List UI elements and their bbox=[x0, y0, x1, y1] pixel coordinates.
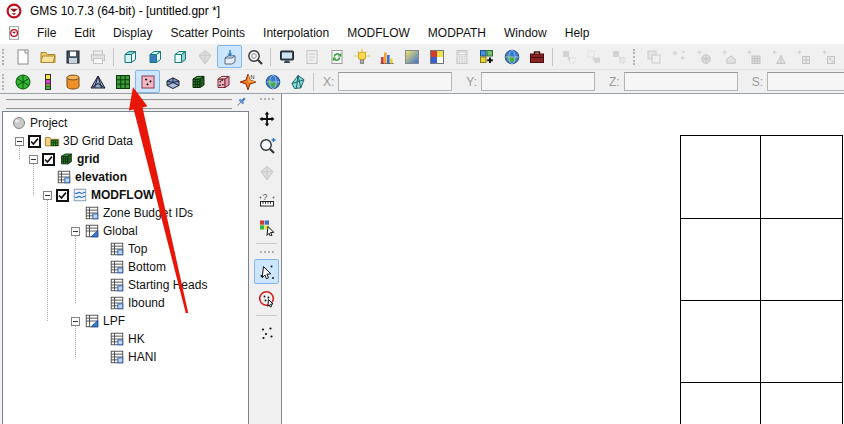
tree-item-hk[interactable]: HK bbox=[3, 330, 248, 348]
select-points-tool-button[interactable] bbox=[254, 259, 279, 284]
toolbar-grip[interactable] bbox=[2, 49, 7, 65]
create-points-tool-button[interactable] bbox=[254, 320, 279, 345]
collapse-expander-icon[interactable] bbox=[71, 317, 80, 326]
s-coordinate-label: S: bbox=[752, 75, 763, 89]
tree-item-3d-grid-data[interactable]: 3D Grid Data bbox=[3, 132, 248, 150]
dataset-calculator-button[interactable] bbox=[474, 45, 499, 68]
map-module-icon: N bbox=[239, 73, 257, 91]
tree-item-elevation[interactable]: elevation bbox=[3, 168, 248, 186]
tree-item-zone-budget-ids[interactable]: Zone Budget IDs bbox=[3, 204, 248, 222]
gis-module-button[interactable] bbox=[260, 70, 285, 93]
menu-display[interactable]: Display bbox=[104, 24, 161, 42]
tree-item-project[interactable]: Project bbox=[3, 114, 248, 132]
collapse-expander-icon[interactable] bbox=[15, 137, 24, 146]
tree-item-starting-heads[interactable]: Starting Heads bbox=[3, 276, 248, 294]
toolbar-grip[interactable] bbox=[260, 98, 274, 103]
color-ramp-button[interactable] bbox=[424, 45, 449, 68]
color-ramp-icon bbox=[428, 48, 446, 66]
grid-3d-module-icon bbox=[189, 73, 207, 91]
mesh-3d-module-button[interactable] bbox=[160, 70, 185, 93]
pushpin-icon[interactable] bbox=[234, 95, 248, 109]
refresh-button[interactable] bbox=[324, 45, 349, 68]
contour-options-button[interactable] bbox=[399, 45, 424, 68]
toolbar-grip[interactable] bbox=[260, 251, 274, 256]
toolbox-button[interactable] bbox=[524, 45, 549, 68]
tool-palette: ? bbox=[252, 94, 282, 424]
menu-file[interactable]: File bbox=[28, 24, 65, 42]
map-module-button[interactable]: N bbox=[235, 70, 260, 93]
tin-module-button[interactable] bbox=[10, 70, 35, 93]
select-points-circle-tool-button[interactable] bbox=[254, 286, 279, 311]
panel-drag-handle[interactable] bbox=[6, 99, 232, 110]
zoom-extents-button[interactable] bbox=[242, 45, 267, 68]
new-points-button bbox=[666, 45, 691, 68]
toolbar-separator bbox=[256, 315, 277, 316]
tree-item-label: MODFLOW bbox=[91, 188, 154, 202]
tree-item-bottom[interactable]: Bottom bbox=[3, 258, 248, 276]
open-project-button[interactable] bbox=[35, 45, 60, 68]
mesh-3d-module-icon bbox=[164, 73, 182, 91]
grid-2d-module-button[interactable] bbox=[110, 70, 135, 93]
toolbar-grip[interactable] bbox=[2, 74, 7, 90]
ugrid-module-button[interactable] bbox=[285, 70, 310, 93]
side-view-button[interactable] bbox=[167, 45, 192, 68]
modules-toolbar: N X: Y: Z: S: bbox=[0, 70, 844, 93]
menu-help[interactable]: Help bbox=[556, 24, 599, 42]
grid-3d-module-button[interactable] bbox=[185, 70, 210, 93]
collapse-expander-icon[interactable] bbox=[71, 227, 80, 236]
graphics-window[interactable] bbox=[281, 94, 844, 424]
tree-item-global[interactable]: Global bbox=[3, 222, 248, 240]
collapse-expander-icon[interactable] bbox=[29, 155, 38, 164]
print-button bbox=[85, 45, 110, 68]
lighting-options-button[interactable] bbox=[349, 45, 374, 68]
mesh-2d-module-button[interactable] bbox=[85, 70, 110, 93]
scatter-3d-module-button[interactable] bbox=[210, 70, 235, 93]
package-icon bbox=[84, 313, 100, 329]
pick-display-tool-button[interactable] bbox=[254, 214, 279, 239]
menu-window[interactable]: Window bbox=[495, 24, 556, 42]
visibility-checkbox[interactable] bbox=[42, 153, 55, 166]
tree-item-label: Ibound bbox=[128, 296, 165, 310]
tree-item-top[interactable]: Top bbox=[3, 240, 248, 258]
display-options-button[interactable] bbox=[274, 45, 299, 68]
visibility-checkbox[interactable] bbox=[56, 189, 69, 202]
svg-text:?: ? bbox=[262, 191, 267, 201]
copy-to-selection-icon bbox=[560, 48, 578, 66]
tree-item-hani[interactable]: HANI bbox=[3, 348, 248, 366]
lighting-options-icon bbox=[353, 48, 371, 66]
borehole-module-button[interactable] bbox=[35, 70, 60, 93]
pan-tool-button[interactable] bbox=[254, 106, 279, 131]
s-coordinate-input bbox=[767, 72, 844, 91]
tree-item-modflow[interactable]: MODFLOW bbox=[3, 186, 248, 204]
menu-interpolation[interactable]: Interpolation bbox=[254, 24, 338, 42]
scatter-2d-module-button[interactable] bbox=[135, 70, 160, 93]
front-view-button[interactable] bbox=[142, 45, 167, 68]
toolbox-icon bbox=[528, 48, 546, 66]
frame-image-button[interactable] bbox=[217, 45, 242, 68]
histogram-button[interactable] bbox=[374, 45, 399, 68]
web-resources-icon bbox=[503, 48, 521, 66]
web-resources-button[interactable] bbox=[499, 45, 524, 68]
visibility-checkbox[interactable] bbox=[28, 135, 41, 148]
menu-modpath[interactable]: MODPATH bbox=[419, 24, 495, 42]
tree-item-ibound[interactable]: Ibound bbox=[3, 294, 248, 312]
project-explorer-header[interactable] bbox=[3, 96, 250, 109]
solid-module-button[interactable] bbox=[60, 70, 85, 93]
plan-view-button[interactable] bbox=[117, 45, 142, 68]
tree-item-label: grid bbox=[77, 152, 100, 166]
measure-tool-button[interactable]: ? bbox=[254, 187, 279, 212]
tree-item-lpf[interactable]: LPF bbox=[3, 312, 248, 330]
new-project-button[interactable] bbox=[10, 45, 35, 68]
menu-modflow[interactable]: MODFLOW bbox=[338, 24, 419, 42]
z-coordinate-label: Z: bbox=[609, 75, 620, 89]
toolbar-separator bbox=[552, 48, 553, 66]
tree-item-grid[interactable]: grid bbox=[3, 150, 248, 168]
frame-image-icon bbox=[221, 48, 239, 66]
save-project-button[interactable] bbox=[60, 45, 85, 68]
menu-edit[interactable]: Edit bbox=[65, 24, 104, 42]
save-project-icon bbox=[64, 48, 82, 66]
zoom-tool-button[interactable] bbox=[254, 133, 279, 158]
menu-scatter-points[interactable]: Scatter Points bbox=[161, 24, 254, 42]
collapse-expander-icon[interactable] bbox=[43, 191, 52, 200]
toolbar-grip[interactable] bbox=[633, 49, 638, 65]
